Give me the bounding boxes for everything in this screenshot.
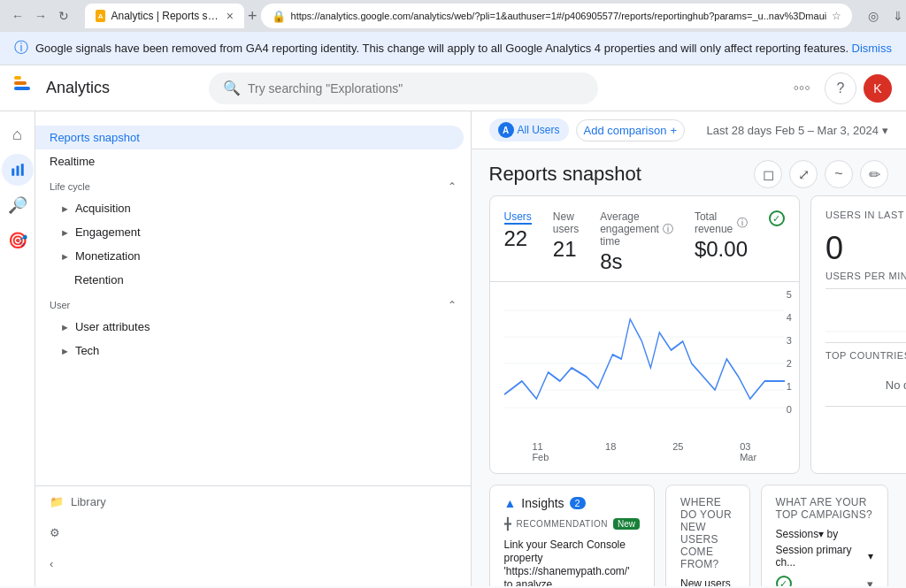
new-users-subheader: New users by <box>666 577 749 586</box>
metrics-row: Users 22 New users 21 Average engagement… <box>490 196 799 282</box>
campaigns-channel-text: Session primary ch... <box>776 544 864 569</box>
apps-grid-button[interactable]: ◦◦◦ <box>786 73 818 104</box>
edit-button[interactable]: ✏ <box>860 160 888 188</box>
nav-explore-icon[interactable]: 🔎 <box>2 189 34 221</box>
address-bar[interactable]: 🔒 https://analytics.google.com/analytics… <box>261 4 853 28</box>
x-axis-labels: 11Feb 18 25 03Mar <box>490 441 799 473</box>
settings-icon: ⚙ <box>50 526 60 539</box>
notification-text-container: ⓘ Google signals have been removed from … <box>14 39 848 57</box>
metric-engagement[interactable]: Average engagement time ⓘ 8s <box>600 210 673 281</box>
page-actions: ◻ ⤢ ~ ✏ <box>754 160 888 188</box>
tab-favicon: A <box>96 10 105 22</box>
logo-bar-small <box>14 76 21 80</box>
content-header: A All Users Add comparison + Last 28 day… <box>472 111 907 149</box>
add-comparison-button[interactable]: Add comparison + <box>576 119 686 141</box>
sidebar-library-item[interactable]: 📁 Library <box>35 486 471 517</box>
realtime-title: USERS IN LAST 30 MINUTES <box>825 210 906 220</box>
revenue-info-icon[interactable]: ⓘ <box>737 216 748 231</box>
search-icon: 🔍 <box>223 80 241 96</box>
x-label-18: 18 <box>605 441 616 462</box>
campaigns-channel-row[interactable]: Session primary ch... ▾ <box>762 544 887 572</box>
sidebar-item-monetization[interactable]: ► Monetization <box>35 244 471 268</box>
sidebar-item-reports-snapshot[interactable]: Reports snapshot <box>35 126 464 149</box>
extensions-button[interactable]: ◎ <box>863 5 884 27</box>
metric-revenue-value: $0.00 <box>695 237 748 262</box>
nav-reports-icon[interactable] <box>2 154 34 186</box>
sidebar-collapse-item[interactable]: ‹ <box>35 548 471 579</box>
page-title-row: Reports snapshot ◻ ⤢ ~ ✏ <box>472 149 907 195</box>
avatar[interactable]: K <box>864 74 892 103</box>
campaigns-status-row: ✓ ▾ <box>762 572 887 586</box>
new-tab-button[interactable]: + <box>248 4 257 28</box>
y-axis-labels: 5 4 3 2 1 0 <box>787 289 792 415</box>
download-button[interactable]: ⇓ <box>887 5 906 27</box>
compare-button[interactable]: ~ <box>825 160 853 188</box>
line-chart <box>504 293 785 425</box>
metric-new-users-value: 21 <box>553 237 579 262</box>
date-range-text: Last 28 days Feb 5 – Mar 3, 2024 <box>707 124 879 137</box>
y-label-1: 1 <box>787 381 792 392</box>
new-badge: New <box>613 518 640 530</box>
metric-engagement-value: 8s <box>600 249 673 274</box>
forward-button[interactable]: → <box>30 5 51 27</box>
tab-title: Analytics | Reports snapshot <box>111 10 220 22</box>
metric-users-value: 22 <box>504 226 532 251</box>
top-campaigns-card: WHAT ARE YOUR TOP CAMPAIGNS? Sessions▾ b… <box>761 485 888 586</box>
search-input[interactable] <box>248 81 584 95</box>
bookmark-icon[interactable]: ☆ <box>832 10 841 22</box>
back-button[interactable]: ← <box>7 5 28 27</box>
insights-card: ▲ Insights 2 ╋ RECOMMENDATION New Link y… <box>489 485 656 586</box>
sidebar-item-acquisition[interactable]: ► Acquisition <box>35 196 471 220</box>
realtime-no-data: No data available <box>811 364 906 406</box>
metric-new-users[interactable]: New users 21 <box>553 210 579 281</box>
realtime-value: 0 <box>811 230 906 271</box>
metric-users-label: Users <box>504 210 532 225</box>
sidebar-item-realtime[interactable]: Realtime <box>35 149 464 173</box>
browser-tab[interactable]: A Analytics | Reports snapshot × <box>85 4 244 28</box>
x-label-25: 25 <box>672 441 683 462</box>
sidebar-settings-item[interactable]: ⚙ <box>35 517 471 548</box>
date-range-selector[interactable]: Last 28 days Feb 5 – Mar 3, 2024 ▾ <box>707 124 888 137</box>
expand-icon-2: ► <box>60 227 70 238</box>
notification-message: Google signals have been removed from GA… <box>35 42 848 55</box>
browser-chrome: ← → ↻ A Analytics | Reports snapshot × +… <box>0 0 906 32</box>
header-actions: ◦◦◦ ? K <box>786 73 892 104</box>
realtime-mini-chart <box>811 289 906 342</box>
engagement-info-icon[interactable]: ⓘ <box>663 222 673 237</box>
sidebar-item-tech[interactable]: ► Tech <box>35 339 471 363</box>
sidebar-section-user[interactable]: User ⌃ <box>35 292 471 315</box>
help-button[interactable]: ? <box>825 73 856 104</box>
collapse-icon: ‹ <box>50 557 53 570</box>
realtime-chart-svg <box>825 296 906 335</box>
sidebar-item-engagement[interactable]: ► Engagement <box>35 220 471 244</box>
x-label-feb11: 11Feb <box>532 441 549 462</box>
sidebar-item-reports-snapshot-label: Reports snapshot <box>50 131 140 144</box>
all-users-label: All Users <box>518 124 560 136</box>
campaigns-dropdown-icon: ▾ <box>868 550 873 562</box>
tab-close-button[interactable]: × <box>226 9 234 23</box>
sidebar-section-lifecycle[interactable]: Life cycle ⌃ <box>35 173 471 196</box>
view-realtime-link[interactable]: View realtime → <box>811 407 906 434</box>
metric-users[interactable]: Users 22 <box>504 210 532 281</box>
realtime-countries-header: TOP COUNTRIES USERS <box>811 343 906 364</box>
refresh-button[interactable]: ↻ <box>53 5 74 27</box>
nav-home-icon[interactable]: ⌂ <box>2 118 34 150</box>
campaigns-dropdown2-icon[interactable]: ▾ <box>867 577 873 587</box>
status-check-icon: ✓ <box>769 210 785 226</box>
dismiss-button[interactable]: Dismiss <box>852 42 893 55</box>
sidebar-item-user-attributes[interactable]: ► User attributes <box>35 315 471 339</box>
campaigns-subheader-row[interactable]: Sessions▾ by <box>762 528 887 544</box>
lock-icon: 🔒 <box>272 10 286 23</box>
sidebar-item-retention[interactable]: Retention <box>35 268 471 292</box>
metric-status-check: ✓ <box>769 210 785 281</box>
share-report-button[interactable]: ◻ <box>754 160 782 188</box>
logo-bar-large <box>14 87 30 90</box>
y-label-4: 4 <box>787 312 792 323</box>
nav-advertising-icon[interactable]: 🎯 <box>2 225 34 256</box>
metric-revenue[interactable]: Total revenue ⓘ $0.00 <box>695 210 748 281</box>
sidebar-nav-icons: ⌂ 🔎 🎯 <box>0 111 35 586</box>
insights-badge: 2 <box>570 497 586 509</box>
share-button[interactable]: ⤢ <box>789 160 818 188</box>
all-users-badge[interactable]: A All Users <box>489 118 569 141</box>
search-bar[interactable]: 🔍 <box>209 73 598 104</box>
